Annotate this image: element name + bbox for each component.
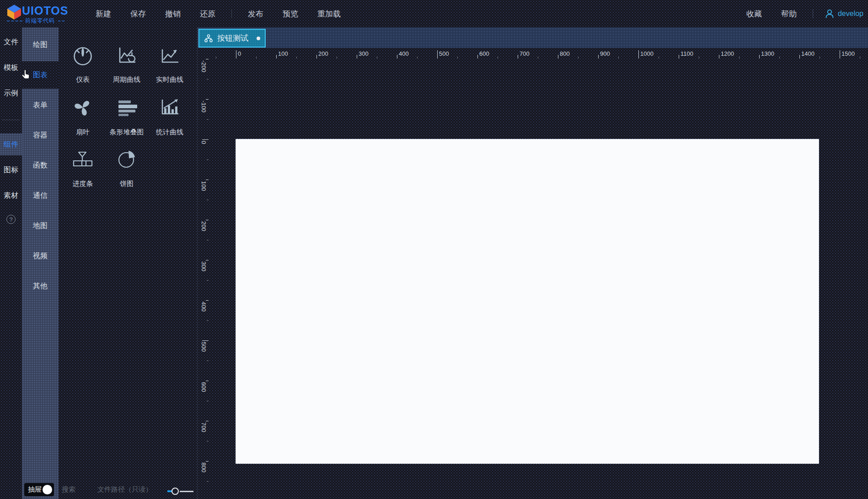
ruler-label: 200 bbox=[318, 50, 328, 57]
menu-item[interactable]: 预览 bbox=[283, 9, 298, 19]
component-gauge[interactable] bbox=[61, 45, 105, 69]
canvas-page[interactable] bbox=[236, 139, 819, 464]
ruler-tick bbox=[276, 55, 277, 58]
category-item-9[interactable]: 其他 bbox=[22, 272, 59, 300]
ruler-label: 500 bbox=[439, 50, 449, 57]
ruler-tick-minor bbox=[207, 240, 209, 240]
ruler-tick-minor bbox=[216, 57, 216, 58]
realtime-curve-icon bbox=[159, 45, 181, 69]
ruler-tick-minor bbox=[699, 57, 699, 58]
ruler-tick-minor bbox=[377, 57, 377, 58]
ruler-tick-minor bbox=[779, 57, 780, 58]
ruler-tick bbox=[558, 55, 558, 58]
component-realtime-curve[interactable] bbox=[148, 45, 192, 69]
drawer-label: 抽屉 bbox=[28, 485, 43, 494]
ruler-tick-minor bbox=[578, 57, 579, 58]
zoom-slider-knob[interactable] bbox=[171, 488, 179, 495]
category-item-2[interactable]: 图表 bbox=[22, 61, 59, 89]
ruler-label: 100 bbox=[278, 50, 288, 57]
ruler-tick-minor bbox=[207, 441, 209, 441]
user-menu[interactable]: develop bbox=[824, 8, 863, 19]
tab-strip: 按钮测试 bbox=[198, 27, 868, 48]
ruler-tick bbox=[206, 220, 209, 220]
component-label: 实时曲线 bbox=[148, 75, 192, 84]
app-title: UIOTOS bbox=[22, 4, 68, 17]
menu-item[interactable]: 收藏 bbox=[746, 9, 762, 19]
category-item-7[interactable]: 地图 bbox=[22, 212, 59, 239]
zoom-slider[interactable] bbox=[167, 487, 194, 495]
menu-item[interactable]: 新建 bbox=[96, 9, 111, 19]
sidebar-divider bbox=[2, 120, 20, 120]
sidebar-item-2[interactable]: 模板 bbox=[0, 57, 22, 79]
sidebar-item-5[interactable]: 图标 bbox=[0, 159, 22, 181]
ruler-tick-minor bbox=[296, 57, 297, 58]
ruler-tick bbox=[202, 139, 209, 140]
ruler-tick-minor bbox=[207, 401, 209, 401]
canvas-area: 按钮测试 01002003004005006007008009001000110… bbox=[198, 27, 868, 499]
category-item-1[interactable]: 绘图 bbox=[22, 31, 59, 58]
ruler-label: 600 bbox=[479, 50, 489, 57]
sidebar-item-6[interactable]: 素材 bbox=[0, 185, 22, 207]
ruler-label: 700 bbox=[200, 422, 207, 432]
zoom-slider-track bbox=[180, 491, 193, 492]
ruler-tick bbox=[397, 55, 397, 58]
component-pie-chart[interactable] bbox=[105, 148, 149, 172]
drawer-toggle[interactable]: 抽屉 bbox=[24, 483, 54, 496]
ruler-tick-minor bbox=[498, 57, 498, 58]
vertical-ruler: -200-1000100200300400500600700800 bbox=[198, 55, 209, 499]
app-logo: UIOTOS 前端零代码 bbox=[5, 3, 73, 26]
ruler-label: 400 bbox=[399, 50, 409, 57]
ruler-label: 200 bbox=[200, 221, 207, 231]
ruler-tick bbox=[316, 55, 317, 58]
category-item-6[interactable]: 通信 bbox=[22, 182, 59, 209]
ruler-label: 100 bbox=[200, 181, 207, 191]
menu-item[interactable]: 还原 bbox=[200, 9, 215, 19]
category-item-8[interactable]: 视频 bbox=[22, 242, 59, 270]
ruler-label: -100 bbox=[200, 101, 207, 112]
category-item-3[interactable]: 表单 bbox=[22, 91, 59, 119]
tab-modified-dot bbox=[257, 37, 260, 40]
ruler-tick-minor bbox=[207, 159, 209, 160]
component-label: 进度条 bbox=[61, 180, 105, 188]
sidebar-item-4[interactable]: 组件 bbox=[0, 133, 22, 155]
menu-item[interactable]: 发布 bbox=[248, 9, 263, 19]
component-fan[interactable] bbox=[61, 96, 105, 120]
ruler-tick-minor bbox=[860, 57, 860, 58]
search-button[interactable]: 搜索 bbox=[62, 485, 75, 494]
component-cycle-curve[interactable] bbox=[105, 45, 149, 69]
component-label: 条形堆叠图 bbox=[105, 128, 149, 137]
component-stats-curve[interactable] bbox=[148, 96, 192, 120]
ruler-label: 400 bbox=[200, 302, 207, 312]
tab-button-test[interactable]: 按钮测试 bbox=[198, 29, 266, 48]
ruler-tick-minor bbox=[739, 57, 739, 58]
component-label: 扇叶 bbox=[61, 128, 105, 137]
ruler-tick bbox=[799, 55, 800, 58]
help-icon[interactable]: ? bbox=[6, 215, 16, 224]
ruler-tick bbox=[719, 55, 719, 58]
component-stacked-bar[interactable] bbox=[105, 96, 149, 120]
drawer-toggle-knob[interactable] bbox=[43, 485, 52, 494]
category-item-4[interactable]: 容器 bbox=[22, 122, 59, 149]
top-menu-right: 收藏帮助 develop bbox=[737, 0, 863, 27]
category-item-5[interactable]: 函数 bbox=[22, 152, 59, 179]
tab-label: 按钮测试 bbox=[217, 33, 254, 43]
ruler-tick-minor bbox=[256, 57, 257, 58]
ruler-label: 1300 bbox=[761, 50, 774, 57]
menu-item[interactable]: 帮助 bbox=[781, 9, 797, 19]
ruler-tick bbox=[357, 55, 357, 58]
menu-item[interactable]: 重加载 bbox=[317, 9, 341, 19]
ruler-tick-minor bbox=[337, 57, 337, 58]
ruler-tick-minor bbox=[207, 481, 209, 482]
component-progress-bar[interactable] bbox=[61, 148, 105, 172]
ruler-label: 1000 bbox=[640, 50, 654, 57]
cycle-curve-icon bbox=[116, 45, 138, 69]
top-menu: 新建保存撤销还原发布预览重加载 bbox=[86, 0, 350, 27]
menu-item[interactable]: 保存 bbox=[130, 9, 146, 19]
file-path-label: 文件路径（只读） bbox=[97, 485, 152, 494]
sidebar-item-1[interactable]: 文件 bbox=[0, 31, 22, 53]
menu-item[interactable]: 撤销 bbox=[165, 9, 181, 19]
component-panel: 搜索 文件路径（只读） 仪表周期曲线实时曲线扇叶条形堆叠图统计曲线进度条饼图 bbox=[59, 27, 198, 499]
sidebar-item-3[interactable]: 示例 bbox=[0, 82, 22, 104]
ruler-tick-minor bbox=[417, 57, 418, 58]
stacked-bar-icon bbox=[116, 96, 138, 120]
